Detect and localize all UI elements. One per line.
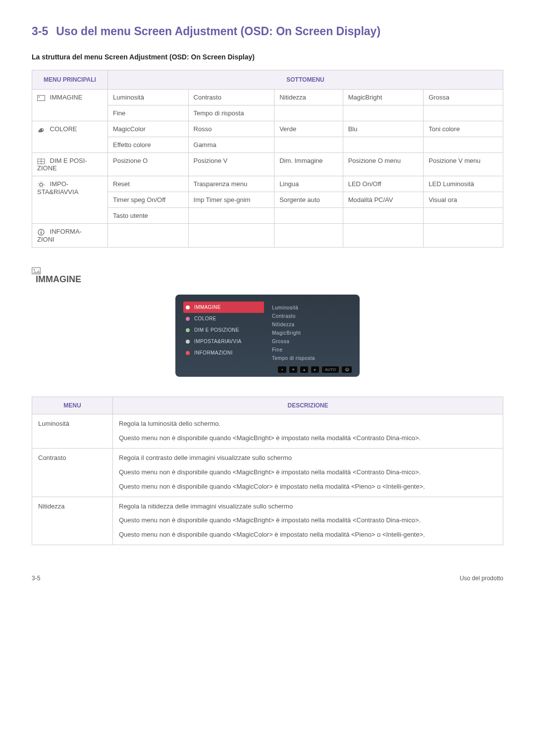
osd-footer-button: ▴ xyxy=(300,366,308,373)
desc-paragraph: Regola il contrasto delle immagini visua… xyxy=(119,454,497,463)
osd-menu-label: IMMAGINE xyxy=(194,304,221,310)
desc-text: Regola la luminosità dello schermo.Quest… xyxy=(113,414,503,449)
submenu-cell xyxy=(274,105,343,121)
osd-submenu-item: Contrasto xyxy=(271,312,352,320)
osd-preview: IMMAGINECOLOREDIM E POSIZIONEIMPOSTA&RIA… xyxy=(175,295,360,377)
page-title: 3-5Uso del menu Screen Adjustment (OSD: … xyxy=(32,25,503,38)
osd-menu-label: IMPOSTA&RIAVVIA xyxy=(194,339,242,344)
settings-icon xyxy=(185,339,190,344)
sub-heading: La struttura del menu Screen Adjustment … xyxy=(32,53,503,61)
section-title-text: Uso del menu Screen Adjustment (OSD: On … xyxy=(56,25,380,38)
osd-menu-item: IMPOSTA&RIAVVIA xyxy=(183,336,264,347)
desc-paragraph: Questo menu non è disponibile quando <Ma… xyxy=(119,530,497,540)
submenu-cell: Effetto colore xyxy=(108,137,189,153)
osd-footer-button: × xyxy=(278,366,286,373)
description-table: MENU DESCRIZIONE LuminositàRegola la lum… xyxy=(32,397,503,545)
svg-point-2 xyxy=(42,129,44,130)
submenu-cell xyxy=(343,208,424,224)
submenu-cell: MagicBright xyxy=(343,90,424,105)
submenu-cell: Posizione O xyxy=(108,153,189,176)
menu-row-head: IMPO-STA&RIAVVIA xyxy=(32,176,108,224)
osd-menu-item: IMMAGINE xyxy=(183,302,264,313)
submenu-cell: Blu xyxy=(343,121,424,137)
osd-footer-button: AUTO xyxy=(322,366,339,373)
submenu-cell: Grossa xyxy=(424,90,503,105)
submenu-cell: Modalità PC/AV xyxy=(343,192,424,208)
osd-menu-label: INFORMAZIONI xyxy=(194,350,233,355)
submenu-cell xyxy=(424,224,503,248)
info-icon xyxy=(185,351,190,355)
submenu-cell: Posizione V menu xyxy=(424,153,503,176)
position-icon xyxy=(37,158,45,164)
osd-submenu-item: Nitidezza xyxy=(271,320,352,329)
svg-point-1 xyxy=(39,96,40,97)
submenu-cell: Lingua xyxy=(274,176,343,192)
osd-submenu-item: MagicBright xyxy=(271,329,352,337)
osd-footer-button: ▸ xyxy=(311,366,319,373)
osd-menu-item: COLORE xyxy=(183,313,264,324)
submenu-cell: Rosso xyxy=(188,121,274,137)
submenu-cell xyxy=(424,137,503,153)
osd-submenu-item: Luminosità xyxy=(271,303,352,312)
submenu-cell xyxy=(424,105,503,121)
menu-row-head: DIM E POSI-ZIONE xyxy=(32,153,108,176)
submenu-cell: Imp Timer spe-gnim xyxy=(188,192,274,208)
menu-row-head: IMMAGINE xyxy=(32,90,108,121)
color-icon xyxy=(185,316,190,321)
settings-icon xyxy=(37,181,45,188)
svg-point-10 xyxy=(41,230,42,231)
desc-paragraph: Questo menu non è disponibile quando <Ma… xyxy=(119,434,497,443)
image-icon xyxy=(185,305,190,310)
submenu-cell: Posizione V xyxy=(188,153,274,176)
desc-menu-name: Luminosità xyxy=(32,414,113,449)
th-desc: DESCRIZIONE xyxy=(113,397,503,414)
svg-point-7 xyxy=(38,182,44,188)
desc-paragraph: Questo menu non è disponibile quando <Ma… xyxy=(119,516,497,525)
submenu-cell: Gamma xyxy=(188,137,274,153)
submenu-cell: Visual ora xyxy=(424,192,503,208)
submenu-cell xyxy=(343,224,424,248)
submenu-cell: Tempo di risposta xyxy=(188,105,274,121)
submenu-cell xyxy=(424,208,503,224)
svg-point-15 xyxy=(186,328,190,332)
info-icon xyxy=(37,229,45,236)
desc-menu-name: Contrasto xyxy=(32,449,113,497)
submenu-cell xyxy=(274,208,343,224)
osd-submenu-item: Fine xyxy=(271,346,352,354)
menu-structure-table: MENU PRINCIPALI SOTTOMENU IMMAGINELumino… xyxy=(32,70,503,248)
submenu-cell: LED On/Off xyxy=(343,176,424,192)
svg-point-16 xyxy=(186,340,190,344)
submenu-cell: Sorgente auto xyxy=(274,192,343,208)
svg-point-6 xyxy=(40,183,43,186)
submenu-cell: Contrasto xyxy=(188,90,274,105)
submenu-cell: LED Luminosità xyxy=(424,176,503,192)
submenu-cell: Nitidezza xyxy=(274,90,343,105)
footer-right: Uso del prodotto xyxy=(460,575,503,582)
svg-point-12 xyxy=(34,269,35,270)
submenu-cell xyxy=(274,224,343,248)
submenu-cell xyxy=(343,137,424,153)
image-icon xyxy=(37,95,45,101)
osd-submenu-item: Grossa xyxy=(271,337,352,346)
page-footer: 3-5 Uso del prodotto xyxy=(32,575,503,582)
submenu-cell: Tasto utente xyxy=(108,208,189,224)
submenu-cell xyxy=(188,224,274,248)
osd-submenu-item: Tempo di risposta xyxy=(271,354,352,362)
submenu-cell xyxy=(274,137,343,153)
osd-footer-button: ▾ xyxy=(289,366,297,373)
submenu-cell: Dim. Immagine xyxy=(274,153,343,176)
osd-menu-item: DIM E POSIZIONE xyxy=(183,324,264,336)
submenu-cell xyxy=(188,208,274,224)
image-icon xyxy=(32,267,503,274)
position-icon xyxy=(185,328,190,333)
svg-rect-0 xyxy=(38,95,45,101)
desc-paragraph: Questo menu non è disponibile quando <Ma… xyxy=(119,468,497,477)
submenu-cell: Toni colore xyxy=(424,121,503,137)
submenu-cell: Fine xyxy=(108,105,189,121)
osd-menu-label: COLORE xyxy=(194,316,216,321)
desc-paragraph: Questo menu non è disponibile quando <Ma… xyxy=(119,482,497,492)
svg-point-17 xyxy=(186,351,190,355)
desc-paragraph: Regola la nitidezza delle immagini visua… xyxy=(119,502,497,511)
osd-menu-item: INFORMAZIONI xyxy=(183,347,264,358)
submenu-cell xyxy=(343,105,424,121)
